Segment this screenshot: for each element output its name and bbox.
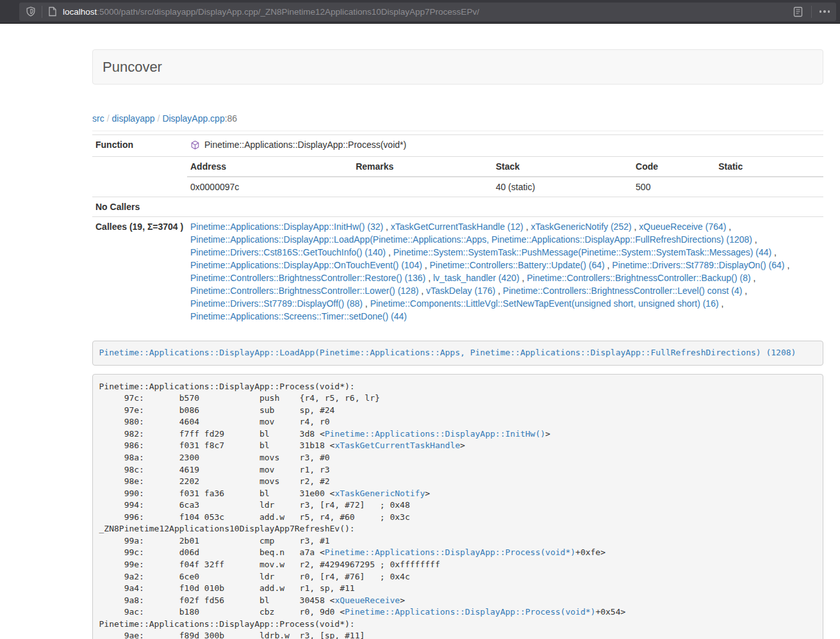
col-remarks: Remarks <box>352 157 492 177</box>
callee-link[interactable]: vTaskDelay (176) <box>426 286 495 296</box>
col-static: Static <box>715 157 823 177</box>
symbol-link[interactable]: xTaskGetCurrentTaskHandle <box>334 441 460 450</box>
breadcrumb-line-number: :86 <box>225 113 237 124</box>
stack-value: 40 (static) <box>493 177 632 197</box>
symbol-link[interactable]: Pinetime::Applications::DisplayApp::Proc… <box>345 607 595 617</box>
url-host: localhost <box>63 7 97 17</box>
app-header-panel: Puncover <box>92 49 823 85</box>
callee-link[interactable]: Pinetime::Applications::DisplayApp::Load… <box>190 234 752 245</box>
function-row: Function Pinetime::Applications::Display… <box>92 135 823 157</box>
callee-link[interactable]: Pinetime::Controllers::BrightnessControl… <box>527 273 750 283</box>
symbol-cube-icon <box>190 140 200 150</box>
breadcrumb-separator: / <box>104 113 112 124</box>
callee-link[interactable]: Pinetime::Controllers::Battery::Update()… <box>430 260 605 270</box>
page-actions-menu-icon[interactable] <box>819 10 830 13</box>
url-text: localhost:5000/path/src/displayapp/Displ… <box>63 7 479 17</box>
callees-label: Callees (19, Σ=3704 ) <box>92 216 187 326</box>
selected-callee-snippet: Pinetime::Applications::DisplayApp::Load… <box>92 341 823 366</box>
callee-link[interactable]: Pinetime::Controllers::BrightnessControl… <box>190 286 418 296</box>
col-code: Code <box>632 157 715 177</box>
callee-link[interactable]: Pinetime::Components::LittleVgl::SetNewT… <box>370 298 719 309</box>
symbol-link[interactable]: Pinetime::Applications::DisplayApp::Init… <box>325 429 545 439</box>
url-bar[interactable]: localhost:5000/path/src/displayapp/Displ… <box>19 3 836 21</box>
breadcrumb-link-displayapp[interactable]: displayapp <box>112 113 155 124</box>
static-value <box>715 177 823 197</box>
browser-toolbar: localhost:5000/path/src/displayapp/Displ… <box>0 0 840 24</box>
function-details-table: Address Remarks Stack Code Static 0x0000… <box>187 157 823 197</box>
page-content: Puncover src/displayapp/DisplayApp.cpp:8… <box>92 49 823 639</box>
breadcrumb: src/displayapp/DisplayApp.cpp:86 <box>92 112 823 125</box>
function-details-row: Address Remarks Stack Code Static 0x0000… <box>92 156 823 197</box>
function-name: Pinetime::Applications::DisplayApp::Proc… <box>204 138 406 151</box>
no-callers-label: No Callers <box>92 197 187 216</box>
symbol-link[interactable]: Pinetime::Applications::DisplayApp::Proc… <box>325 547 575 557</box>
url-path: :5000/path/src/displayapp/DisplayApp.cpp… <box>97 7 479 17</box>
urlbar-divider <box>42 6 42 18</box>
address-value: 0x0000097c <box>187 177 352 197</box>
callees-list: Pinetime::Applications::DisplayApp::Init… <box>187 216 823 326</box>
callee-link[interactable]: xTaskGetCurrentTaskHandle (12) <box>391 222 523 232</box>
no-callers-row: No Callers <box>92 197 823 216</box>
callee-link[interactable]: Pinetime::System::SystemTask::PushMessag… <box>393 247 772 257</box>
page-icon[interactable] <box>48 6 57 17</box>
divider <box>92 131 823 131</box>
actions-divider <box>811 6 812 18</box>
symbol-link[interactable]: xTaskGenericNotify <box>334 489 425 498</box>
table-row: 0x0000097c 40 (static) 500 <box>187 177 823 197</box>
reader-mode-icon[interactable] <box>793 6 803 17</box>
callee-link[interactable]: Pinetime::Controllers::BrightnessControl… <box>190 273 425 283</box>
disassembly-code: Pinetime::Applications::DisplayApp::Proc… <box>92 374 823 639</box>
col-address: Address <box>187 157 352 177</box>
empty-label-cell <box>92 156 187 197</box>
callee-link[interactable]: Pinetime::Applications::Screens::Timer::… <box>190 311 407 321</box>
breadcrumb-link-src[interactable]: src <box>92 113 104 124</box>
callee-link[interactable]: Pinetime::Drivers::Cst816S::GetTouchInfo… <box>190 247 386 257</box>
app-title: Puncover <box>103 59 813 75</box>
remarks-value <box>352 177 492 197</box>
breadcrumb-link-file[interactable]: DisplayApp.cpp <box>162 113 224 124</box>
shield-icon[interactable] <box>26 6 36 17</box>
callees-row: Callees (19, Σ=3704 ) Pinetime::Applicat… <box>92 216 823 326</box>
callee-link[interactable]: lv_task_handler (420) <box>433 273 520 283</box>
callee-link[interactable]: Pinetime::Drivers::St7789::DisplayOn() (… <box>612 260 784 270</box>
callee-link[interactable]: Pinetime::Applications::DisplayApp::Init… <box>190 222 383 232</box>
callee-link[interactable]: xQueueReceive (764) <box>639 222 726 232</box>
code-value: 500 <box>632 177 715 197</box>
callee-link[interactable]: Pinetime::Applications::DisplayApp::OnTo… <box>190 260 422 270</box>
callee-link[interactable]: xTaskGenericNotify (252) <box>531 222 631 232</box>
callee-link[interactable]: Pinetime::Drivers::St7789::DisplayOff() … <box>190 298 363 309</box>
function-row-label: Function <box>92 135 187 157</box>
breadcrumb-separator: / <box>155 113 163 124</box>
col-stack: Stack <box>493 157 632 177</box>
callee-link[interactable]: Pinetime::Controllers::BrightnessControl… <box>503 286 742 296</box>
snippet-link[interactable]: Pinetime::Applications::DisplayApp::Load… <box>99 348 796 357</box>
function-table: Function Pinetime::Applications::Display… <box>92 134 823 326</box>
symbol-link[interactable]: xQueueReceive <box>334 595 400 605</box>
